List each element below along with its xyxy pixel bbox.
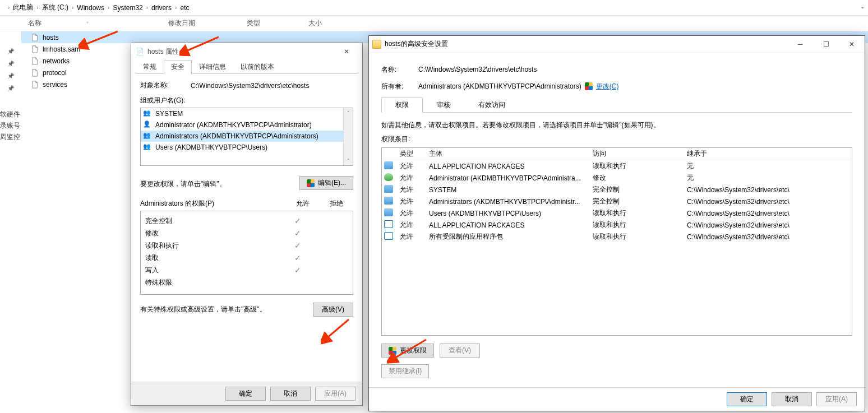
perm-name: 读取和执行 [145, 241, 281, 250]
permission-row: 写入✓ [145, 264, 348, 276]
permission-entry-row[interactable]: 允许Administrator (AKDMBTHKYVBTPCP\Adminis… [382, 172, 852, 184]
maximize-button[interactable]: ☐ [813, 36, 839, 53]
tab-general[interactable]: 常规 [136, 60, 164, 73]
permission-entry-row[interactable]: 允许ALL APPLICATION PACKAGES读取和执行C:\Window… [382, 219, 852, 231]
breadcrumb[interactable]: › 此电脑 › 系统 (C:) › Windows › System32 › d… [0, 0, 868, 16]
tab-previous[interactable]: 以前的版本 [233, 60, 281, 73]
col-size[interactable]: 大小 [308, 18, 353, 28]
permission-entry-row[interactable]: 允许ALL APPLICATION PACKAGES读取和执行无 [382, 160, 852, 172]
entry-principal: 所有受限制的应用程序包 [427, 232, 590, 242]
group-row[interactable]: 👥Users (AKDMBTHKYVBTPCP\Users) [141, 142, 353, 153]
entry-access: 读取和执行 [590, 220, 685, 230]
pin-icon[interactable] [0, 45, 21, 57]
view-button[interactable]: 查看(V) [440, 344, 480, 358]
group-row[interactable]: 👤Administrator (AKDMBTHKYVBTPCP\Administ… [141, 119, 353, 131]
folder-icon [372, 40, 381, 49]
minimize-button[interactable]: ─ [787, 36, 813, 53]
allow-check-icon: ✓ [281, 266, 315, 275]
group-row[interactable]: 👥Administrators (AKDMBTHKYVBTPCP\Adminis… [141, 131, 353, 142]
entry-principal: Users (AKDMBTHKYVBTPCP\Users) [427, 210, 590, 217]
permission-row: 读取✓ [145, 252, 348, 264]
col-date[interactable]: 修改日期 [168, 18, 247, 28]
perm-name: 修改 [145, 229, 281, 238]
dialog-footer: 确定 取消 应用(A) [369, 387, 865, 411]
pin-icon[interactable] [0, 57, 21, 69]
prop-tabs: 常规 安全 详细信息 以前的版本 [136, 60, 358, 74]
change-owner-link[interactable]: 更改(C) [585, 82, 619, 91]
allow-check-icon: ✓ [281, 241, 315, 250]
tab-security[interactable]: 安全 [164, 60, 192, 73]
edit-button[interactable]: 编辑(E)... [299, 176, 353, 190]
pin-icon[interactable] [0, 69, 21, 82]
file-icon [30, 45, 39, 54]
apply-button[interactable]: 应用(A) [315, 387, 355, 401]
entry-type: 允许 [398, 161, 427, 171]
permissions-box: 完全控制✓修改✓读取和执行✓读取✓写入✓特殊权限 [140, 211, 353, 295]
col-name[interactable]: 名称˄ [28, 18, 168, 28]
allow-check-icon: ✓ [281, 253, 315, 262]
apply-button[interactable]: 应用(A) [816, 392, 857, 406]
col-access[interactable]: 访问 [590, 149, 685, 159]
col-inherit[interactable]: 继承于 [685, 149, 852, 159]
change-permissions-button[interactable]: 更改权限 [381, 344, 434, 358]
tab-audit[interactable]: 审核 [423, 98, 464, 112]
ok-button[interactable]: 确定 [727, 392, 767, 406]
bc-seg[interactable]: drivers [151, 4, 172, 12]
permission-entry-row[interactable]: 允许所有受限制的应用程序包读取和执行C:\Windows\System32\dr… [382, 231, 852, 243]
advanced-button[interactable]: 高级(V) [313, 303, 353, 317]
tab-body-security: 对象名称: C:\Windows\System32\drivers\etc\ho… [131, 74, 362, 321]
groups-listbox[interactable]: 👥SYSTEM👤Administrator (AKDMBTHKYVBTPCP\A… [140, 108, 353, 166]
group-name: Users (AKDMBTHKYVBTPCP\Users) [155, 143, 267, 151]
permission-entries-list[interactable]: 类型 主体 访问 继承于 允许ALL APPLICATION PACKAGES读… [381, 147, 852, 336]
users-icon: 👥 [143, 132, 153, 141]
close-button[interactable]: ✕ [335, 43, 358, 60]
users-icon: 👥 [143, 143, 153, 152]
dialog-titlebar[interactable]: 📄 hosts 属性 ✕ [131, 43, 362, 60]
col-type[interactable]: 类型 [247, 18, 308, 28]
shield-icon [585, 82, 593, 90]
permission-row: 特殊权限 [145, 276, 348, 289]
group-name: Administrators (AKDMBTHKYVBTPCP\Administ… [155, 132, 318, 140]
tab-details[interactable]: 详细信息 [192, 60, 233, 73]
bc-seg[interactable]: System32 [113, 4, 142, 12]
bc-seg[interactable]: Windows [77, 4, 104, 12]
file-icon [30, 68, 39, 77]
tab-effective[interactable]: 有效访问 [464, 98, 519, 112]
close-button[interactable]: ✕ [839, 36, 865, 53]
permission-entry-row[interactable]: 允许Administrators (AKDMBTHKYVBTPCP\Admini… [382, 196, 852, 207]
permission-entry-row[interactable]: 允许SYSTEM完全控制C:\Windows\System32\drivers\… [382, 184, 852, 196]
cancel-button[interactable]: 取消 [270, 387, 311, 401]
chevron-right-icon: › [8, 4, 10, 11]
file-name: services [43, 81, 67, 89]
shield-icon [307, 179, 315, 187]
entries-label: 权限条目: [381, 134, 852, 144]
entry-principal: ALL APPLICATION PACKAGES [427, 221, 590, 229]
dialog-titlebar[interactable]: hosts的高级安全设置 ─ ☐ ✕ [369, 36, 865, 53]
pin-icon[interactable] [0, 82, 21, 94]
perm-name: 特殊权限 [145, 278, 281, 287]
dialog-title: hosts的高级安全设置 [385, 39, 787, 49]
scrollbar[interactable]: ˄ ˅ [343, 108, 353, 165]
perm-name: 写入 [145, 266, 281, 275]
pkg-icon [384, 232, 393, 240]
col-type[interactable]: 类型 [398, 149, 427, 159]
col-principal[interactable]: 主体 [427, 149, 590, 159]
tab-permissions[interactable]: 权限 [381, 98, 423, 112]
permission-entry-row[interactable]: 允许Users (AKDMBTHKYVBTPCP\Users)读取和执行C:\W… [382, 207, 852, 219]
cancel-button[interactable]: 取消 [772, 392, 812, 406]
bc-seg[interactable]: etc [180, 4, 189, 12]
ok-button[interactable]: 确定 [225, 387, 266, 401]
entry-inherit: C:\Windows\System32\drivers\etc\ [685, 233, 852, 241]
scroll-down-icon[interactable]: ˅ [344, 156, 353, 165]
file-icon [30, 33, 39, 42]
bc-seg[interactable]: 系统 (C:) [42, 3, 68, 12]
file-name: protocol [43, 69, 67, 77]
chevron-down-icon[interactable]: ⌄ [860, 3, 865, 10]
scroll-up-icon[interactable]: ˄ [344, 108, 353, 118]
sidebar-truncated: 软硬件 录账号 周监控 [0, 110, 21, 143]
group-row[interactable]: 👥SYSTEM [141, 108, 353, 119]
disable-inherit-button[interactable]: 禁用继承(I) [381, 364, 429, 378]
groups-label: 组或用户名(G): [140, 96, 353, 105]
bc-seg[interactable]: 此电脑 [13, 3, 33, 12]
entry-inherit: C:\Windows\System32\drivers\etc\ [685, 198, 852, 206]
